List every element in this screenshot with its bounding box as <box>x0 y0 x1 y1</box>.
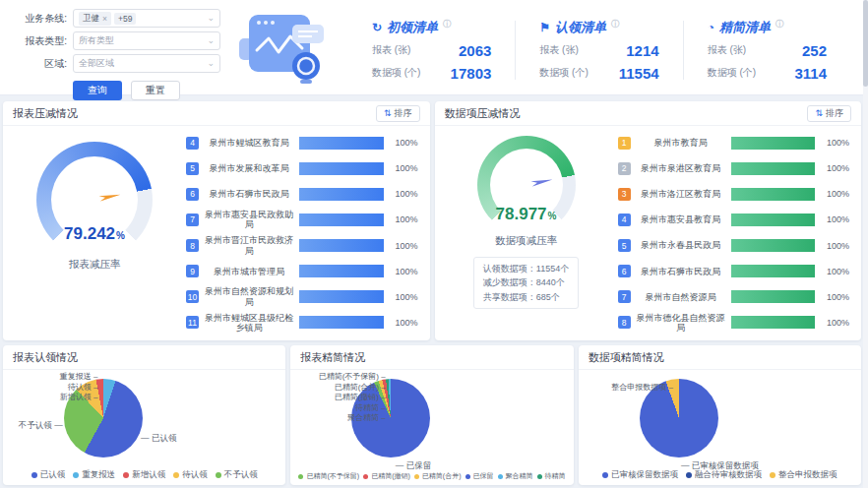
region-select[interactable]: 全部区域 ⌄ <box>73 54 220 73</box>
rank-bar-row: 3泉州市洛江区教育局100% <box>618 181 850 207</box>
query-button[interactable]: 查询 <box>73 81 122 100</box>
legend-item[interactable]: 已精简(不予保留) <box>298 471 359 481</box>
tag-remove-icon[interactable]: × <box>102 14 107 24</box>
legend-dot <box>686 472 692 478</box>
legend-item[interactable]: 聚合精简 <box>498 471 533 481</box>
legend-dot <box>465 474 470 479</box>
pie-callout-labels: 整合申报数据项 – <box>611 383 673 394</box>
bar-track <box>731 214 816 226</box>
panel-title: 报表认领情况 <box>13 350 78 365</box>
legend-dot <box>770 472 775 478</box>
info-icon[interactable]: ⓘ <box>775 19 783 30</box>
report-ranking-bars: 4泉州市鲤城区教育局100%5泉州市发展和改革局100%6泉州市石狮市民政局10… <box>186 126 430 339</box>
bar-percent-label: 100% <box>389 292 418 302</box>
panel-dataitem-reduction: 数据项压减情况 ⇅ 排序 78.977% 数据项减压率 认领数据项：11554个… <box>435 101 862 340</box>
report-type-select[interactable]: 所有类型 ⌄ <box>73 31 220 50</box>
card-metric-label: 报表 (张) <box>372 43 410 57</box>
bar-fill <box>731 162 816 175</box>
pie-callout-labels: 重复报送 –待认领 –新增认领 – <box>60 372 98 403</box>
bar-fill <box>731 188 816 201</box>
card-metric-value: 1214 <box>626 42 658 59</box>
sort-button[interactable]: ⇅ 排序 <box>807 105 851 122</box>
legend-dot <box>537 474 542 479</box>
panel-title: 数据项精简情况 <box>589 350 664 365</box>
legend-item[interactable]: 已审核保留数据项 <box>602 469 678 481</box>
legend-item[interactable]: 新增认领 <box>123 469 165 481</box>
panel-title: 数据项压减情况 <box>445 106 521 121</box>
bar-percent-label: 100% <box>389 214 418 224</box>
bar-track <box>731 188 816 201</box>
legend-label: 重复报送 <box>82 469 115 481</box>
report-claim-pie: 已认领重复报送新增认领待认领不予认领 — 已认领不予认领 —重复报送 –待认领 … <box>3 370 285 484</box>
legend-label: 已精简(不予保留) <box>306 471 359 481</box>
bar-percent-label: 100% <box>389 163 418 173</box>
bar-track <box>299 265 384 277</box>
pie-legend: 已精简(不予保留)已精简(撤销)已精简(合并)已保留聚合精简待精简 <box>290 471 573 481</box>
legend-item[interactable]: 待精简 <box>537 471 566 481</box>
card-metric-value: 2063 <box>459 42 491 59</box>
legend-item[interactable]: 已保留 <box>465 471 494 481</box>
page-scrollbar[interactable] <box>863 0 868 488</box>
legend-dot <box>298 474 303 479</box>
card-metric-label: 报表 (张) <box>708 43 746 57</box>
rank-badge: 6 <box>618 265 631 277</box>
card-title: 精简清单 <box>719 19 771 36</box>
org-name: 泉州市惠安县教育局 <box>636 214 726 224</box>
panel-title: 报表压减情况 <box>13 106 78 121</box>
bar-percent-label: 100% <box>820 318 849 328</box>
bar-percent-label: 100% <box>820 267 849 276</box>
bar-percent-label: 100% <box>820 163 849 173</box>
rank-bar-row: 5泉州市永春县民政局100% <box>618 233 850 259</box>
sort-button[interactable]: ⇅ 排序 <box>376 105 420 122</box>
bar-fill <box>299 162 384 175</box>
chevron-down-icon: ⌄ <box>207 36 215 45</box>
bar-fill <box>731 239 816 252</box>
gauge-caption: 报表减压率 <box>69 258 121 272</box>
legend-label: 已精简(撤销) <box>371 471 410 481</box>
rank-bar-row: 4泉州市惠安县教育局100% <box>618 207 850 232</box>
summary-card-initial: ↻ 初领清单 ⓘ 报表 (张) 2063 数据项 (个) 17803 <box>348 19 515 82</box>
dataitem-simplify-pie: 已审核保留数据项融合待审核数据项整合申报数据项 — 已审核保留数据项整合申报数据… <box>579 370 861 484</box>
scrollbar-thumb[interactable] <box>863 0 868 87</box>
panel-title: 报表精简情况 <box>300 350 365 365</box>
rank-bar-row: 5泉州市发展和改革局100% <box>186 155 418 181</box>
org-name: 泉州市永春县民政局 <box>636 240 726 250</box>
legend-item[interactable]: 已精简(撤销) <box>363 471 410 481</box>
business-line-select[interactable]: 卫健 × +59 ⌄ <box>73 9 220 28</box>
gauge-stat-line: 共享数据项：685个 <box>483 290 569 304</box>
legend-label: 待精简 <box>545 471 566 481</box>
legend-dot <box>602 472 608 478</box>
bar-fill <box>299 137 384 150</box>
bar-fill <box>731 137 816 150</box>
legend-dot <box>363 474 368 479</box>
gauge-circle-icon: ◔ <box>708 22 714 33</box>
sort-icon: ⇅ <box>815 108 823 118</box>
rank-badge: 4 <box>186 137 199 150</box>
legend-item[interactable]: 已精简(合并) <box>414 471 462 481</box>
legend-item[interactable]: 重复报送 <box>73 469 115 481</box>
card-title: 认领清单 <box>555 19 606 36</box>
report-reduction-gauge: 79.242% 报表减压率 <box>3 126 186 339</box>
bar-fill <box>299 265 384 277</box>
info-icon[interactable]: ⓘ <box>611 19 619 30</box>
card-metric-value: 252 <box>802 42 827 59</box>
info-icon[interactable]: ⓘ <box>443 19 451 30</box>
rank-bar-row: 8泉州市德化县自然资源局100% <box>618 310 850 336</box>
org-name: 泉州市惠安县民政救助局 <box>204 210 294 230</box>
legend-item[interactable]: 不予认领 <box>216 469 258 481</box>
rank-badge: 1 <box>618 137 631 150</box>
pie-slice-label: 不予认领 — <box>19 420 63 432</box>
reset-button[interactable]: 重置 <box>131 81 180 100</box>
org-name: 泉州市自然资源和规划局 <box>204 286 294 307</box>
rank-badge: 5 <box>186 162 199 175</box>
legend-label: 新增认领 <box>132 469 165 481</box>
bar-track <box>299 137 384 150</box>
pie-legend: 已认领重复报送新增认领待认领不予认领 <box>3 469 285 481</box>
gauge-stat-line: 减少数据项：8440个 <box>483 275 569 289</box>
report-type-value: 所有类型 <box>79 34 114 47</box>
legend-item[interactable]: 整合申报数据项 <box>770 469 837 481</box>
legend-item[interactable]: 已认领 <box>31 469 66 481</box>
legend-dot <box>123 472 129 478</box>
legend-item[interactable]: 待认领 <box>173 469 208 481</box>
bookmark-flag-icon: ⚑ <box>539 22 550 33</box>
